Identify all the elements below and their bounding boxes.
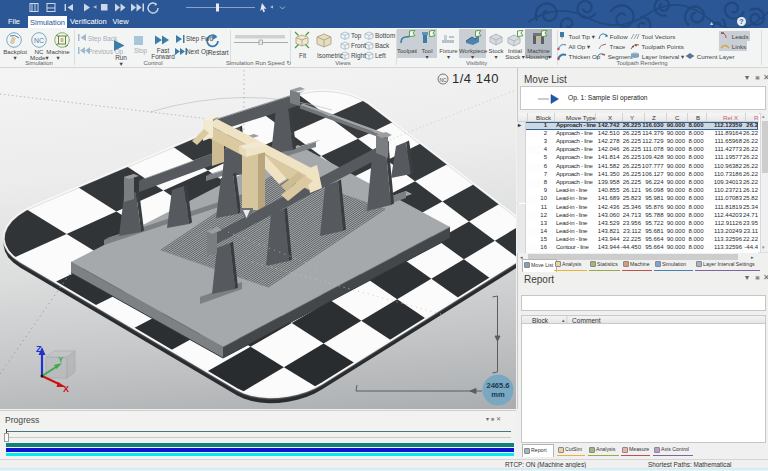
svg-text:X: X [63,384,69,394]
svg-text:mm: mm [491,390,505,399]
svg-text:Z: Z [36,344,42,354]
svg-text:Y: Y [58,355,64,364]
svg-text:NC: NC [439,77,447,83]
svg-text:2465.6: 2465.6 [487,381,510,390]
svg-text:NC: NC [34,37,44,44]
